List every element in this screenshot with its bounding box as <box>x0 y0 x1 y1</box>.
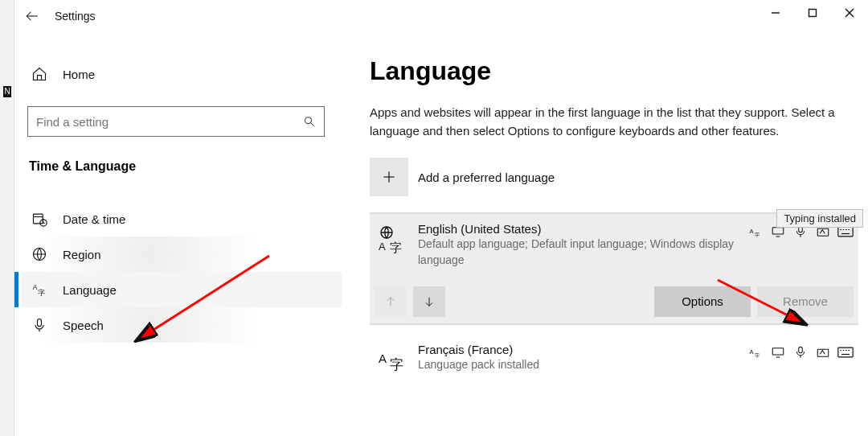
home-icon <box>31 65 48 83</box>
language-item-english[interactable]: A 字 English (United States) Default app … <box>370 214 858 323</box>
svg-rect-43 <box>799 347 803 353</box>
sidebar-item-label: Date & time <box>63 212 125 226</box>
language-icon: A字 <box>31 281 48 298</box>
svg-text:A: A <box>379 241 386 253</box>
sidebar-item-label: Region <box>63 248 101 261</box>
handwriting-icon <box>815 344 831 360</box>
maximize-button[interactable] <box>794 0 831 26</box>
svg-rect-46 <box>838 348 853 357</box>
globe-icon <box>31 245 48 263</box>
minimize-button[interactable] <box>757 0 794 26</box>
svg-line-11 <box>43 223 45 224</box>
search-input[interactable] <box>36 115 303 129</box>
add-language-button[interactable]: Add a preferred language <box>370 158 858 196</box>
svg-rect-15 <box>38 319 42 327</box>
sidebar-item-speech[interactable]: Speech <box>21 307 342 343</box>
page-description: Apps and websites will appear in the fir… <box>370 104 852 140</box>
arrow-up-icon <box>384 295 397 308</box>
sidebar-item-label: Speech <box>63 319 104 332</box>
options-button[interactable]: Options <box>654 286 751 317</box>
titlebar: Settings <box>14 0 868 32</box>
language-name: English (United States) <box>418 222 747 236</box>
sidebar-item-language[interactable]: A字 Language <box>21 272 342 307</box>
svg-text:字: 字 <box>390 241 402 254</box>
language-subtitle: Default app language; Default input lang… <box>418 236 747 269</box>
svg-rect-24 <box>772 228 784 234</box>
svg-text:A: A <box>33 283 38 291</box>
remove-button[interactable]: Remove <box>757 286 854 317</box>
svg-rect-28 <box>817 228 829 236</box>
text-to-speech-icon: A字 <box>747 224 764 240</box>
sidebar-item-label: Home <box>63 68 95 81</box>
svg-text:字: 字 <box>755 232 760 237</box>
language-item-french[interactable]: A 字 Français (France) Language pack inst… <box>370 335 858 383</box>
svg-line-6 <box>311 123 314 126</box>
language-feature-icons: A字 <box>747 343 854 360</box>
move-up-button[interactable] <box>375 286 407 317</box>
search-icon <box>303 115 316 128</box>
svg-rect-45 <box>817 349 829 356</box>
page-title: Language <box>370 56 858 86</box>
keyboard-icon <box>837 344 854 360</box>
svg-rect-7 <box>34 214 43 224</box>
svg-rect-41 <box>772 348 784 354</box>
plus-icon <box>370 158 408 196</box>
text-to-speech-icon: A字 <box>747 344 764 360</box>
sidebar-item-region[interactable]: Region <box>21 237 342 272</box>
minimize-icon <box>771 8 780 18</box>
svg-text:字: 字 <box>38 289 45 297</box>
arrow-left-icon <box>25 9 39 23</box>
close-icon <box>845 8 854 18</box>
svg-rect-29 <box>838 227 853 237</box>
svg-text:A: A <box>379 352 387 365</box>
left-browser-edge: N <box>0 0 14 436</box>
back-button[interactable] <box>14 0 50 32</box>
move-down-button[interactable] <box>413 286 445 317</box>
display-icon <box>770 344 786 360</box>
sidebar-section-title: Time & Language <box>21 151 342 193</box>
language-glyph-icon: A 字 <box>375 343 408 376</box>
sidebar-item-home[interactable]: Home <box>21 56 342 92</box>
speech-icon <box>792 344 809 360</box>
svg-text:字: 字 <box>390 357 403 372</box>
typing-installed-tooltip: Typing installed <box>776 209 863 228</box>
close-button[interactable] <box>831 0 868 26</box>
microphone-icon <box>31 316 48 334</box>
tab-mark: N <box>3 86 11 97</box>
svg-point-5 <box>305 117 312 124</box>
language-glyph-icon: A 字 <box>375 222 408 256</box>
add-language-label: Add a preferred language <box>418 171 555 184</box>
svg-rect-2 <box>809 10 817 17</box>
language-subtitle: Language pack installed <box>418 356 747 372</box>
arrow-down-icon <box>423 295 436 308</box>
maximize-icon <box>808 8 817 18</box>
window-title: Settings <box>50 10 96 23</box>
calendar-clock-icon <box>31 210 48 228</box>
svg-text:A: A <box>750 348 754 355</box>
language-name: Français (France) <box>418 343 747 356</box>
sidebar-item-date-time[interactable]: Date & time <box>21 201 342 237</box>
svg-text:A: A <box>750 228 754 235</box>
sidebar-item-label: Language <box>63 283 117 297</box>
search-box[interactable] <box>27 106 325 137</box>
svg-text:字: 字 <box>755 352 760 358</box>
sidebar: Home Time & Language Date & time Region … <box>21 56 342 343</box>
main-content: Language Apps and websites will appear i… <box>370 56 858 436</box>
